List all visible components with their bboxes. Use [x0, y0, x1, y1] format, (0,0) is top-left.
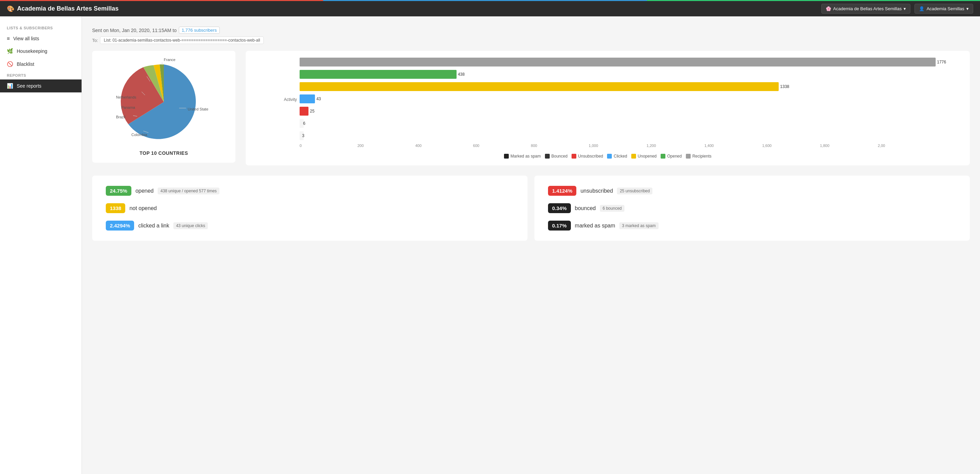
pie-chart-container: United State Colombia Brazil Panama Neth… [92, 51, 235, 163]
bar-row: 25 [277, 107, 935, 117]
org-icon: 🌸 [826, 6, 831, 11]
to-label: To: [92, 38, 98, 43]
stat-line: 2.4294% clicked a link 43 unique clicks [106, 220, 514, 230]
stat-detail: 43 unique clicks [173, 222, 208, 229]
svg-text:Netherlands: Netherlands [116, 95, 137, 99]
stat-badge: 1.4124% [548, 186, 576, 196]
bar-row: 3 [277, 131, 935, 141]
charts-row: United State Colombia Brazil Panama Neth… [92, 51, 970, 165]
svg-text:Colombia: Colombia [131, 133, 147, 137]
org-selector-button[interactable]: 🌸 Academia de Bellas Artes Semillas ▾ [821, 4, 911, 14]
navbar-brand: 🎨 Academia de Bellas Artes Semillas [7, 5, 118, 13]
legend-item: Unopened [631, 154, 657, 159]
bar-row: Activity 43 [277, 95, 935, 105]
pie-chart-title: Top 10 countries [140, 151, 188, 156]
legend-label: Unsubscribed [578, 154, 603, 159]
user-label: Academia Semillas [926, 6, 964, 11]
sidebar-item-view-all-lists[interactable]: ≡ View all lists [0, 32, 81, 45]
sidebar-item-label: See reports [17, 83, 41, 89]
legend-label: Opened [667, 154, 682, 159]
app-layout: Lists & Subscribers ≡ View all lists 🌿 H… [0, 16, 980, 474]
svg-text:France: France [164, 58, 175, 62]
stat-badge: 2.4294% [106, 220, 134, 230]
legend-item: Bounced [545, 154, 568, 159]
stat-label: not opened [129, 205, 157, 211]
legend-label: Recipients [692, 154, 711, 159]
brand-icon: 🎨 [7, 5, 14, 13]
list-name: List: 01-academia-semillas-contactos-web… [100, 36, 264, 44]
stat-label: opened [135, 188, 154, 194]
main-content: Sent on Mon, Jan 20, 2020, 11:15AM to 1,… [82, 16, 980, 474]
stat-detail: 6 bounced [600, 205, 624, 212]
subscribers-badge[interactable]: 1,776 subscribers [179, 27, 220, 34]
org-label: Academia de Bellas Artes Semillas [833, 6, 902, 11]
stat-detail: 25 unsubscribed [617, 187, 652, 194]
reports-icon: 📊 [7, 83, 13, 89]
stat-badge: 0.34% [548, 203, 571, 213]
to-line: To: List: 01-academia-semillas-contactos… [92, 36, 970, 44]
sidebar-item-see-reports[interactable]: 📊 See reports [0, 79, 81, 92]
stats-card-right: 1.4124% unsubscribed 25 unsubscribed 0.3… [535, 176, 970, 241]
stats-row: 24.75% opened 438 unique / opened 577 ti… [92, 176, 970, 241]
bar-row: 1338 [277, 82, 935, 92]
navbar-right: 🌸 Academia de Bellas Artes Semillas ▾ 👤 … [821, 4, 973, 14]
stat-label: clicked a link [138, 223, 169, 229]
brand-title: Academia de Bellas Artes Semillas [17, 5, 118, 12]
stat-detail: 438 unique / opened 577 times [158, 187, 220, 194]
stat-line: 0.17% marked as spam 3 marked as spam [548, 220, 956, 230]
navbar: 🎨 Academia de Bellas Artes Semillas 🌸 Ac… [0, 0, 980, 16]
sidebar: Lists & Subscribers ≡ View all lists 🌿 H… [0, 16, 82, 474]
sidebar-item-label: Housekeeping [17, 48, 48, 54]
bar-row: 1776 [277, 58, 935, 68]
stats-card-left: 24.75% opened 438 unique / opened 577 ti… [92, 176, 528, 241]
stat-badge: 0.17% [548, 220, 571, 230]
sent-text: Sent on Mon, Jan 20, 2020, 11:15AM to [92, 28, 177, 33]
svg-text:United State: United State [188, 107, 208, 111]
housekeeping-icon: 🌿 [7, 48, 13, 54]
user-menu-button[interactable]: 👤 Academia Semillas ▾ [915, 4, 973, 14]
stat-line: 24.75% opened 438 unique / opened 577 ti… [106, 186, 514, 196]
svg-text:Panama: Panama [121, 105, 135, 109]
sidebar-item-label: View all lists [13, 36, 39, 41]
stat-line: 1338 not opened [106, 203, 514, 213]
legend-label: Bounced [551, 154, 568, 159]
legend-item: Marked as spam [504, 154, 541, 159]
stat-line: 1.4124% unsubscribed 25 unsubscribed [548, 186, 956, 196]
bar-chart-legend: Marked as spam Bounced Unsubscribed Clic… [253, 154, 963, 159]
blacklist-icon: 🚫 [7, 61, 13, 67]
report-header: Sent on Mon, Jan 20, 2020, 11:15AM to 1,… [92, 27, 970, 44]
legend-item: Opened [660, 154, 682, 159]
legend-item: Unsubscribed [571, 154, 603, 159]
sidebar-item-label: Blacklist [17, 61, 34, 67]
sent-line: Sent on Mon, Jan 20, 2020, 11:15AM to 1,… [92, 27, 970, 34]
chevron-down-icon-2: ▾ [966, 6, 969, 11]
stat-label: bounced [575, 205, 596, 211]
legend-item: Clicked [607, 154, 627, 159]
pie-chart: United State Colombia Brazil Panama Neth… [113, 58, 215, 146]
bar-chart: 1776 438 1338 Activity 43 25 6 [253, 58, 963, 149]
stat-line: 0.34% bounced 6 bounced [548, 203, 956, 213]
sidebar-item-blacklist[interactable]: 🚫 Blacklist [0, 58, 81, 71]
sidebar-section-reports: Reports [0, 71, 81, 79]
bar-label: Activity [277, 97, 300, 102]
stat-badge: 24.75% [106, 186, 131, 196]
legend-label: Clicked [614, 154, 627, 159]
list-icon: ≡ [7, 35, 10, 41]
sidebar-section-lists: Lists & Subscribers [0, 23, 81, 32]
stat-label: marked as spam [575, 223, 615, 229]
stat-label: unsubscribed [581, 188, 613, 194]
legend-label: Unopened [638, 154, 657, 159]
stat-badge: 1338 [106, 203, 125, 213]
sidebar-item-housekeeping[interactable]: 🌿 Housekeeping [0, 45, 81, 58]
bar-row: 438 [277, 70, 935, 80]
chevron-down-icon: ▾ [904, 6, 906, 11]
bar-chart-container: 1776 438 1338 Activity 43 25 6 [246, 51, 970, 165]
user-icon: 👤 [919, 6, 924, 11]
svg-text:Brazil: Brazil [116, 115, 126, 119]
bar-row: 6 [277, 119, 935, 129]
legend-label: Marked as spam [511, 154, 541, 159]
stat-detail: 3 marked as spam [619, 222, 659, 229]
legend-item: Recipients [686, 154, 711, 159]
